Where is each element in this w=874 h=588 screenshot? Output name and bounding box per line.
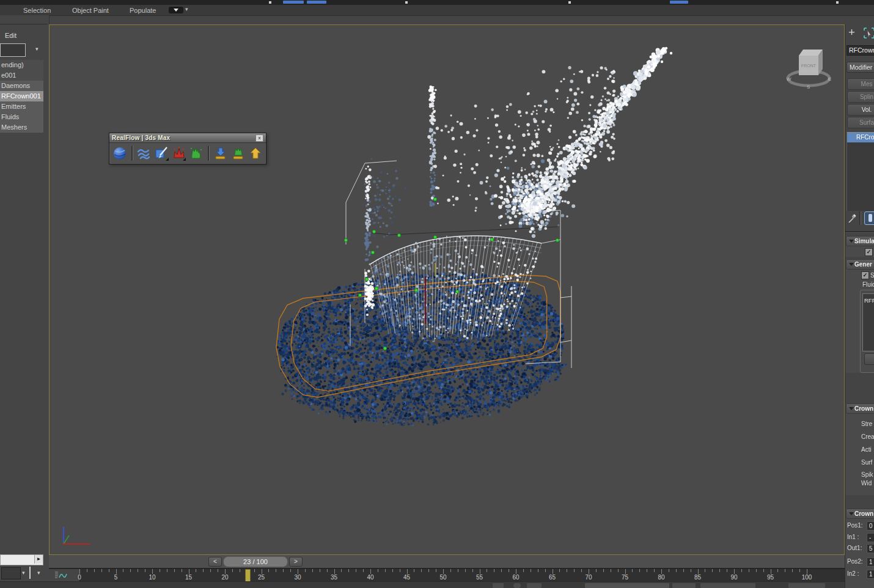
ruler-label: 25	[254, 574, 269, 581]
in2-field[interactable]: 1	[867, 570, 874, 579]
param-label-width: Wid	[861, 480, 872, 487]
import-particles-icon[interactable]	[213, 145, 229, 161]
param-label-strength: Stre	[861, 421, 872, 427]
crown-daemon-icon[interactable]	[171, 145, 187, 161]
rollout-header-simulation[interactable]: Simula	[846, 236, 874, 246]
toolbar-fragment	[283, 1, 304, 4]
list-item-rfcrown001[interactable]: RFCrown001	[0, 91, 43, 101]
fluid-list[interactable]: RFF	[862, 293, 874, 351]
toolbar-separator	[131, 146, 133, 161]
modifier-stack[interactable]: RFCro	[846, 132, 874, 211]
out1-field[interactable]: 5	[867, 544, 874, 553]
simulation-checkbox[interactable]: ✓	[865, 248, 873, 256]
ruler-label: 65	[545, 574, 560, 581]
frame-counter[interactable]: 23 / 100	[223, 556, 288, 567]
list-item-daemons[interactable]: Daemons	[0, 81, 43, 91]
next-frame-button[interactable]: >	[289, 557, 303, 567]
rollout-header-crown-profile[interactable]: Crown	[846, 509, 874, 519]
modifier-button-vol-select[interactable]: Vol.	[847, 104, 874, 116]
export-scene-icon[interactable]	[248, 145, 263, 161]
ruler-tick	[741, 569, 742, 572]
scroll-right-arrow-icon[interactable]: ►	[34, 555, 43, 564]
ruler-tick	[378, 569, 378, 572]
modifier-list-dropdown[interactable]: Modifier Li	[846, 62, 874, 73]
ruler-tick	[509, 569, 509, 572]
list-item-scene001[interactable]: e001	[0, 70, 43, 81]
ruler-tick	[553, 569, 553, 574]
modifier-button-mesh[interactable]: Mes	[847, 78, 874, 90]
chevron-down-icon[interactable]: ▾	[185, 6, 188, 12]
timeline-playhead[interactable]	[245, 569, 251, 582]
tab-object-paint[interactable]: Object Paint	[72, 6, 109, 15]
general-checkbox[interactable]: ✓	[861, 271, 869, 279]
fluid-pick-button[interactable]	[864, 353, 874, 365]
tab-selection[interactable]: Selection	[23, 6, 51, 15]
field-label-out1: Out1:	[847, 545, 862, 551]
viewport[interactable]: FRONT W S E RealFlow | 3ds Max x	[49, 24, 845, 555]
chevron-down-icon[interactable]: ▾	[37, 570, 40, 576]
show-end-result-icon[interactable]	[864, 211, 874, 225]
ruler-tick	[130, 569, 131, 572]
realflow-toolbar-titlebar[interactable]: RealFlow | 3ds Max x	[109, 133, 266, 143]
ruler-tick	[472, 569, 473, 572]
ruler-tick	[428, 569, 429, 572]
maxscript-mini-listener[interactable]	[1, 567, 21, 579]
timeline-ruler[interactable]: 0510152025303540455055606570758085909510…	[49, 568, 845, 582]
rollout-header-crown-params[interactable]: Crown	[846, 403, 874, 414]
ruler-tick	[174, 569, 175, 572]
ruler-tick	[574, 569, 575, 572]
object-emitter-icon[interactable]	[153, 145, 169, 161]
list-item-pending[interactable]: ending)	[0, 60, 43, 70]
modifier-button-surface[interactable]: Surfa	[847, 117, 874, 128]
rollout-header-general[interactable]: Gener	[846, 259, 874, 270]
ruler-tick	[581, 569, 582, 572]
previous-frame-button[interactable]: <	[208, 557, 222, 567]
pos2-field[interactable]: 1	[867, 557, 874, 567]
ribbon-flyout-button[interactable]	[169, 7, 183, 13]
ruler-tick	[625, 569, 626, 574]
pos1-field[interactable]: 0	[867, 521, 874, 531]
modifier-button-spline[interactable]: Splin	[847, 91, 874, 103]
ruler-tick	[785, 569, 785, 572]
tab-populate[interactable]: Populate	[130, 6, 156, 15]
fluid-list-item[interactable]: RFF	[863, 297, 874, 304]
realflow-sphere-icon[interactable]	[112, 145, 128, 161]
in1-field[interactable]: -	[867, 533, 874, 542]
status-fragment	[585, 583, 669, 588]
ruler-label: 70	[581, 574, 596, 581]
ruler-tick	[501, 569, 502, 572]
ruler-tick	[414, 569, 414, 572]
emitter-waves-icon[interactable]	[136, 145, 152, 161]
plus-tab-icon[interactable]: +	[848, 26, 855, 39]
ruler-tick	[370, 569, 371, 574]
list-item-fluids[interactable]: Fluids	[0, 112, 43, 122]
splash-daemon-icon[interactable]	[188, 145, 204, 161]
chevron-down-icon[interactable]: ▾	[22, 570, 25, 576]
filter-combobox[interactable]	[0, 43, 26, 57]
import-splash-icon[interactable]	[230, 145, 246, 161]
ruler-tick	[516, 569, 516, 574]
ruler-tick	[691, 569, 691, 572]
particle-scene-canvas[interactable]	[50, 25, 844, 554]
realflow-toolbar[interactable]: RealFlow | 3ds Max x	[109, 133, 266, 164]
select-tool-icon[interactable]	[864, 28, 874, 41]
pin-stack-icon[interactable]	[848, 213, 857, 226]
ruler-label: 75	[618, 574, 633, 581]
viewcube[interactable]: FRONT W S E	[784, 46, 833, 95]
list-item-meshers[interactable]: Meshers	[0, 122, 43, 133]
close-icon[interactable]: x	[255, 134, 263, 142]
horizontal-scrollbar[interactable]: ►	[0, 554, 43, 565]
list-item-emitters[interactable]: Emitters	[0, 101, 43, 112]
edit-menu[interactable]: Edit	[5, 32, 17, 39]
ruler-tick	[603, 569, 604, 572]
toolbar-fragment	[307, 1, 326, 4]
ruler-tick	[341, 569, 342, 572]
ruler-tick	[654, 569, 655, 572]
ruler-label: 45	[400, 574, 414, 581]
scene-explorer-panel: Edit ▾ ending) e001 Daemons RFCrown001 E…	[0, 15, 50, 581]
toolbar-fragment	[269, 1, 271, 4]
chevron-down-icon[interactable]: ▾	[35, 46, 39, 52]
ruler-label: 90	[727, 574, 741, 581]
object-name-field[interactable]: RFCrown0	[846, 45, 874, 56]
modifier-stack-item-rfcrown[interactable]: RFCro	[847, 133, 874, 142]
